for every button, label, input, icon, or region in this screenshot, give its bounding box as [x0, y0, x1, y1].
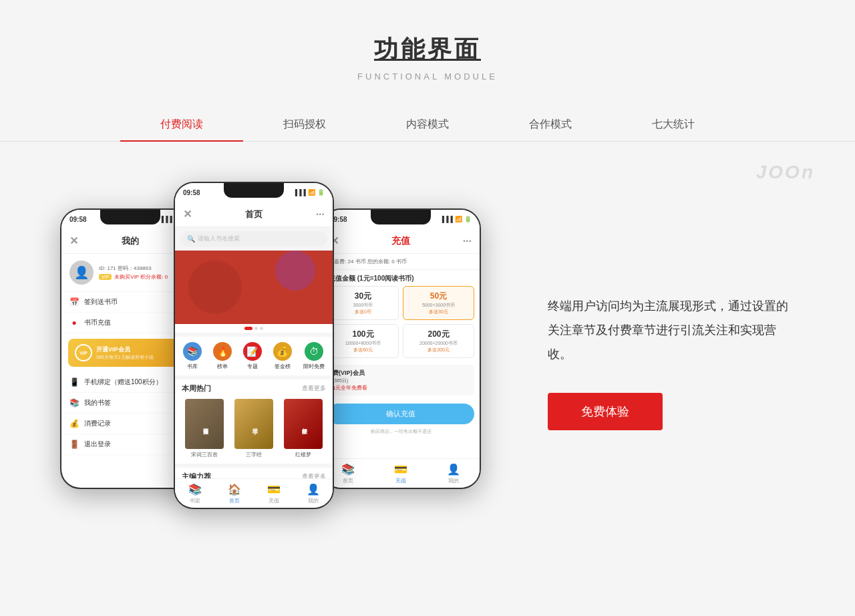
- charge-option-100[interactable]: 100元 10000+8000书币 多送60元: [327, 324, 399, 358]
- avatar: 👤: [69, 261, 94, 285]
- hot-section-header: 本周热门 查看更多: [175, 379, 333, 396]
- hot-section-more[interactable]: 查看更多: [302, 384, 326, 393]
- phone-icon: 📱: [69, 377, 79, 387]
- bookmark-icon: 📚: [69, 398, 79, 408]
- home-icon: 🏠: [228, 483, 241, 496]
- charge-option-50[interactable]: 50元 5000+3000书币 多送30元: [403, 286, 474, 320]
- tab-coop-mode[interactable]: 合作模式: [489, 108, 612, 141]
- nav-my[interactable]: 👤 我的: [307, 483, 320, 504]
- search-placeholder: 请输入书名搜索: [198, 235, 240, 243]
- charge-section-label: 充值金额 (1元=100阅读书币): [322, 270, 480, 286]
- description-text: 终端用户访问均为主流展现形式，通过设置的关注章节及付费章节进行引流关注和实现营收…: [548, 294, 788, 366]
- page-title-zh: 功能界面: [0, 33, 855, 66]
- hot-books-row: 宋词三百首 宋词三百首 三字经 三字经 红楼梦 红楼梦: [175, 396, 333, 464]
- book-cover-honglou: 红楼梦: [284, 399, 323, 449]
- charge-grid: 30元 3000书币 多送0币 50元 5000+3000书币 多送30元 10…: [322, 286, 480, 362]
- nav-charge-right[interactable]: 💳 充值: [394, 463, 407, 484]
- close-icon[interactable]: ✕: [69, 235, 78, 247]
- my-icon: 👤: [307, 483, 320, 496]
- tab-seven-stats[interactable]: 七大统计: [612, 108, 735, 141]
- phones-container: 09:58 ▐▐▐📶🔋 ✕ 我的 ··· 👤 ID: 171 密码：438863: [40, 168, 494, 556]
- shelf-icon: 📚: [188, 483, 202, 496]
- svg-rect-0: [179, 251, 329, 324]
- bottom-nav-center: 📚 书架 🏠 首页 💳 充值 👤 我的: [175, 478, 333, 508]
- category-ranking[interactable]: 🔥 榜单: [213, 342, 232, 370]
- coins-icon: ●: [69, 318, 79, 327]
- banner-dots: [175, 324, 333, 333]
- logout-icon: 🚪: [69, 440, 79, 449]
- nav-my-right[interactable]: 👤 我的: [447, 463, 460, 484]
- special-icon: 📝: [243, 342, 262, 361]
- hot-section-title: 本周热门: [182, 383, 211, 394]
- vip-circle-icon: VIP: [75, 344, 92, 361]
- library-icon: 📚: [183, 342, 202, 361]
- nav-charge[interactable]: 💳 充值: [267, 483, 281, 504]
- nav-shelf-right[interactable]: 📚 首页: [341, 463, 355, 484]
- charge-option-200[interactable]: 200元 20000+20000书币 多送200元: [403, 324, 474, 358]
- book-item-1[interactable]: 宋词三百首 宋词三百首: [182, 399, 227, 458]
- search-bar[interactable]: 🔍 请输入书名搜索: [180, 231, 327, 247]
- charge-note: 购买商品，一经售出概不退还: [322, 427, 480, 436]
- vip-section: 费(VIP)会员 (365日) 1元全年免费看: [327, 365, 474, 396]
- free-icon: ⏱: [305, 342, 323, 361]
- vip-badge: VIP: [99, 274, 112, 280]
- page-header: 功能界面 FUNCTIONAL MODULE: [0, 0, 855, 95]
- book-item-3[interactable]: 红楼梦 红楼梦: [281, 399, 326, 458]
- category-row: 📚 书库 🔥 榜单 📝 专题 💰 签金榜: [175, 337, 333, 375]
- nav-shelf[interactable]: 📚 书架: [188, 483, 202, 504]
- app-bar-right: ✕ 充值 ···: [322, 228, 480, 254]
- book-item-2[interactable]: 三字经 三字经: [231, 399, 277, 458]
- svg-point-3: [237, 271, 271, 304]
- free-experience-button[interactable]: 免费体验: [548, 393, 663, 430]
- charge-icon-right: 💳: [394, 463, 407, 476]
- book-cover-songci: 宋词三百首: [185, 399, 224, 449]
- vip-status: 未购买VIP 积分余额: 0: [114, 273, 168, 281]
- user-id: ID: 171 密码：438863: [99, 265, 168, 272]
- tab-scan-auth[interactable]: 扫码授权: [243, 108, 366, 141]
- watermark: JOOn: [756, 162, 815, 183]
- category-special[interactable]: 📝 专题: [243, 342, 262, 370]
- main-content: JOOn 09:58 ▐▐▐📶🔋 ✕ 我的 ···: [0, 142, 855, 583]
- page-title-en: FUNCTIONAL MODULE: [0, 71, 855, 82]
- svg-point-1: [199, 257, 266, 324]
- app-bar-center: ✕ 首页 ···: [175, 202, 333, 227]
- close-icon-center[interactable]: ✕: [183, 208, 192, 220]
- search-icon: 🔍: [187, 235, 195, 243]
- bottom-nav-right: 📚 首页 💳 充值 👤 我的: [322, 458, 480, 488]
- phone-center: 09:58 ▐▐▐📶🔋 ✕ 首页 ··· 🔍 请输入书名搜索: [174, 182, 334, 509]
- checkin-icon: 📅: [69, 297, 79, 307]
- tab-content-mode[interactable]: 内容模式: [366, 108, 489, 141]
- svg-point-2: [266, 251, 319, 307]
- ranking-icon: 🔥: [213, 342, 232, 361]
- category-free[interactable]: ⏱ 限时免费: [303, 342, 325, 370]
- tab-navigation: 付费阅读 扫码授权 内容模式 合作模式 七大统计: [0, 95, 855, 142]
- consume-icon: 💰: [69, 419, 79, 428]
- right-content: 终端用户访问均为主流展现形式，通过设置的关注章节及付费章节进行引流关注和实现营收…: [521, 281, 815, 444]
- category-gold[interactable]: 💰 签金榜: [273, 342, 292, 370]
- charge-option-30[interactable]: 30元 3000书币 多送0币: [327, 286, 399, 320]
- my-icon-right: 👤: [447, 463, 460, 476]
- category-library[interactable]: 📚 书库: [183, 342, 202, 370]
- banner: [175, 251, 333, 324]
- charge-icon: 💳: [267, 483, 281, 496]
- more-icon-right[interactable]: ···: [463, 235, 472, 247]
- nav-home[interactable]: 🏠 首页: [228, 483, 241, 504]
- gold-icon: 💰: [273, 342, 292, 361]
- tab-paid-reading[interactable]: 付费阅读: [120, 108, 243, 141]
- phone-right: 09:58 ▐▐▐📶🔋 ✕ 充值 ··· 章嘉费: 24 书币 您的余额: 0 …: [321, 208, 481, 489]
- confirm-charge-button[interactable]: 确认充值: [327, 404, 474, 424]
- shelf-icon-right: 📚: [341, 463, 355, 476]
- charge-info: 章嘉费: 24 书币 您的余额: 0 书币: [322, 254, 480, 270]
- book-cover-sanzijing: 三字经: [234, 399, 273, 449]
- more-icon-center[interactable]: ···: [316, 208, 325, 220]
